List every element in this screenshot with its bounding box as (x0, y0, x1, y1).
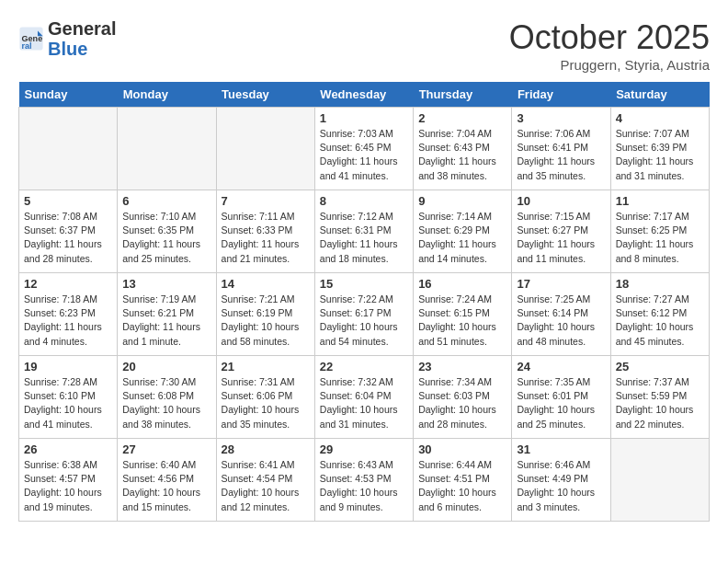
day-number: 23 (418, 360, 506, 373)
cell-info: Sunrise: 7:37 AMSunset: 5:59 PMDaylight:… (616, 375, 704, 431)
cell-info: Sunrise: 7:31 AMSunset: 6:06 PMDaylight:… (222, 375, 310, 431)
day-number: 13 (122, 277, 210, 291)
calendar-cell: 30Sunrise: 6:44 AMSunset: 4:51 PMDayligh… (414, 439, 512, 522)
cell-info: Sunrise: 7:08 AMSunset: 6:37 PMDaylight:… (24, 210, 112, 266)
header-row: SundayMondayTuesdayWednesdayThursdayFrid… (19, 82, 710, 108)
cell-info: Sunrise: 7:25 AMSunset: 6:14 PMDaylight:… (517, 293, 605, 349)
header-day: Tuesday (216, 82, 314, 108)
day-number: 15 (320, 277, 408, 291)
calendar-cell: 10Sunrise: 7:15 AMSunset: 6:27 PMDayligh… (512, 190, 610, 273)
page-header: Gene ral General Blue October 2025 Prugg… (18, 18, 710, 73)
logo-text: General Blue (48, 18, 116, 59)
day-number: 4 (616, 111, 704, 125)
day-number: 2 (418, 111, 506, 125)
cell-info: Sunrise: 6:41 AMSunset: 4:54 PMDaylight:… (222, 458, 310, 514)
calendar-cell: 26Sunrise: 6:38 AMSunset: 4:57 PMDayligh… (19, 439, 118, 522)
calendar-cell: 23Sunrise: 7:34 AMSunset: 6:03 PMDayligh… (414, 356, 512, 439)
cell-info: Sunrise: 7:35 AMSunset: 6:01 PMDaylight:… (517, 375, 605, 431)
calendar-cell: 15Sunrise: 7:22 AMSunset: 6:17 PMDayligh… (314, 273, 413, 356)
calendar-cell (610, 439, 709, 522)
day-number: 16 (418, 277, 506, 291)
day-number: 22 (320, 360, 408, 373)
day-number: 9 (418, 194, 506, 208)
day-number: 18 (616, 277, 704, 291)
cell-info: Sunrise: 7:12 AMSunset: 6:31 PMDaylight:… (320, 210, 408, 266)
cell-info: Sunrise: 7:19 AMSunset: 6:21 PMDaylight:… (122, 293, 210, 349)
calendar-cell: 16Sunrise: 7:24 AMSunset: 6:15 PMDayligh… (414, 273, 512, 356)
calendar-table: SundayMondayTuesdayWednesdayThursdayFrid… (18, 82, 710, 522)
calendar-cell: 6Sunrise: 7:10 AMSunset: 6:35 PMDaylight… (118, 190, 216, 273)
calendar-cell: 31Sunrise: 6:46 AMSunset: 4:49 PMDayligh… (512, 439, 610, 522)
logo-blue: Blue (48, 39, 116, 59)
calendar-cell (118, 108, 216, 190)
cell-info: Sunrise: 7:14 AMSunset: 6:29 PMDaylight:… (418, 210, 506, 266)
calendar-cell: 1Sunrise: 7:03 AMSunset: 6:45 PMDaylight… (314, 108, 413, 190)
calendar-week-row: 5Sunrise: 7:08 AMSunset: 6:37 PMDaylight… (19, 190, 710, 273)
cell-info: Sunrise: 7:15 AMSunset: 6:27 PMDaylight:… (517, 210, 605, 266)
day-number: 29 (320, 442, 408, 456)
day-number: 1 (320, 111, 408, 125)
cell-info: Sunrise: 7:06 AMSunset: 6:41 PMDaylight:… (517, 127, 605, 183)
calendar-cell: 22Sunrise: 7:32 AMSunset: 6:04 PMDayligh… (314, 356, 413, 439)
location: Pruggern, Styria, Austria (509, 57, 710, 73)
day-number: 11 (616, 194, 704, 208)
day-number: 12 (24, 277, 112, 291)
calendar-cell: 9Sunrise: 7:14 AMSunset: 6:29 PMDaylight… (414, 190, 512, 273)
calendar-cell: 7Sunrise: 7:11 AMSunset: 6:33 PMDaylight… (216, 190, 314, 273)
day-number: 10 (517, 194, 605, 208)
calendar-cell: 18Sunrise: 7:27 AMSunset: 6:12 PMDayligh… (610, 273, 709, 356)
day-number: 20 (122, 360, 210, 373)
calendar-cell: 5Sunrise: 7:08 AMSunset: 6:37 PMDaylight… (19, 190, 118, 273)
calendar-cell: 25Sunrise: 7:37 AMSunset: 5:59 PMDayligh… (610, 356, 709, 439)
cell-info: Sunrise: 7:28 AMSunset: 6:10 PMDaylight:… (24, 375, 112, 431)
header-day: Sunday (19, 82, 118, 108)
day-number: 6 (122, 194, 210, 208)
cell-info: Sunrise: 7:07 AMSunset: 6:39 PMDaylight:… (616, 127, 704, 183)
calendar-cell: 4Sunrise: 7:07 AMSunset: 6:39 PMDaylight… (610, 108, 709, 190)
day-number: 17 (517, 277, 605, 291)
calendar-cell: 19Sunrise: 7:28 AMSunset: 6:10 PMDayligh… (19, 356, 118, 439)
day-number: 25 (616, 360, 704, 373)
cell-info: Sunrise: 6:46 AMSunset: 4:49 PMDaylight:… (517, 458, 605, 514)
day-number: 5 (24, 194, 112, 208)
cell-info: Sunrise: 6:43 AMSunset: 4:53 PMDaylight:… (320, 458, 408, 514)
cell-info: Sunrise: 7:17 AMSunset: 6:25 PMDaylight:… (616, 210, 704, 266)
cell-info: Sunrise: 7:34 AMSunset: 6:03 PMDaylight:… (418, 375, 506, 431)
calendar-cell: 27Sunrise: 6:40 AMSunset: 4:56 PMDayligh… (118, 439, 216, 522)
logo-icon: Gene ral (18, 26, 44, 52)
day-number: 21 (222, 360, 310, 373)
month-title: October 2025 (509, 18, 710, 57)
day-number: 8 (320, 194, 408, 208)
calendar-week-row: 19Sunrise: 7:28 AMSunset: 6:10 PMDayligh… (19, 356, 710, 439)
header-day: Wednesday (314, 82, 413, 108)
logo: Gene ral General Blue (18, 18, 116, 59)
calendar-cell: 2Sunrise: 7:04 AMSunset: 6:43 PMDaylight… (414, 108, 512, 190)
day-number: 14 (222, 277, 310, 291)
day-number: 27 (122, 442, 210, 456)
cell-info: Sunrise: 6:44 AMSunset: 4:51 PMDaylight:… (418, 458, 506, 514)
day-number: 7 (222, 194, 310, 208)
cell-info: Sunrise: 7:22 AMSunset: 6:17 PMDaylight:… (320, 293, 408, 349)
calendar-cell: 13Sunrise: 7:19 AMSunset: 6:21 PMDayligh… (118, 273, 216, 356)
calendar-week-row: 12Sunrise: 7:18 AMSunset: 6:23 PMDayligh… (19, 273, 710, 356)
cell-info: Sunrise: 7:03 AMSunset: 6:45 PMDaylight:… (320, 127, 408, 183)
calendar-week-row: 26Sunrise: 6:38 AMSunset: 4:57 PMDayligh… (19, 439, 710, 522)
logo-general: General (48, 18, 116, 39)
calendar-cell: 28Sunrise: 6:41 AMSunset: 4:54 PMDayligh… (216, 439, 314, 522)
calendar-cell: 17Sunrise: 7:25 AMSunset: 6:14 PMDayligh… (512, 273, 610, 356)
header-day: Monday (118, 82, 216, 108)
day-number: 31 (517, 442, 605, 456)
header-day: Saturday (610, 82, 709, 108)
calendar-cell: 8Sunrise: 7:12 AMSunset: 6:31 PMDaylight… (314, 190, 413, 273)
cell-info: Sunrise: 7:32 AMSunset: 6:04 PMDaylight:… (320, 375, 408, 431)
day-number: 19 (24, 360, 112, 373)
cell-info: Sunrise: 7:24 AMSunset: 6:15 PMDaylight:… (418, 293, 506, 349)
cell-info: Sunrise: 7:04 AMSunset: 6:43 PMDaylight:… (418, 127, 506, 183)
title-block: October 2025 Pruggern, Styria, Austria (509, 18, 710, 73)
calendar-cell (19, 108, 118, 190)
svg-text:ral: ral (22, 41, 32, 51)
calendar-cell: 29Sunrise: 6:43 AMSunset: 4:53 PMDayligh… (314, 439, 413, 522)
header-day: Friday (512, 82, 610, 108)
cell-info: Sunrise: 7:18 AMSunset: 6:23 PMDaylight:… (24, 293, 112, 349)
calendar-cell (216, 108, 314, 190)
